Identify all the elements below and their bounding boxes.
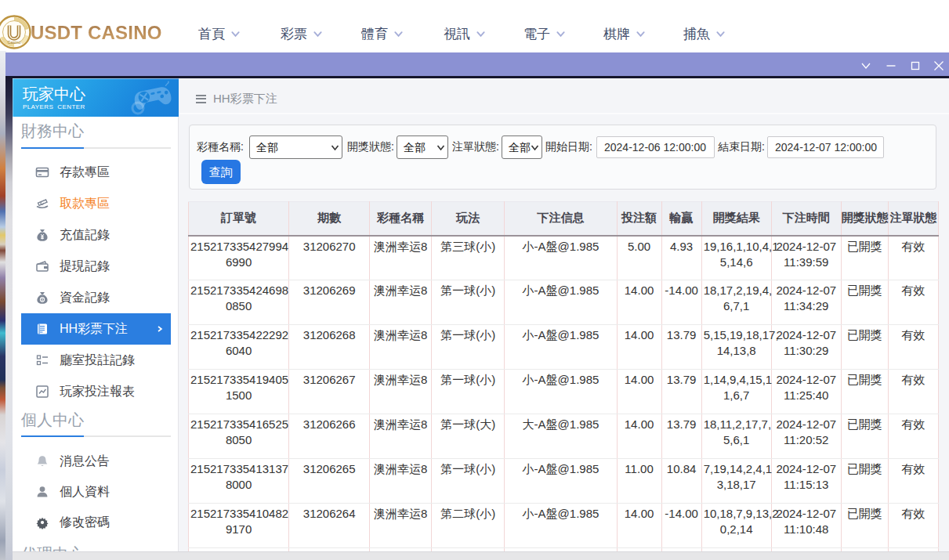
- svg-text:Casino: Casino: [7, 40, 20, 45]
